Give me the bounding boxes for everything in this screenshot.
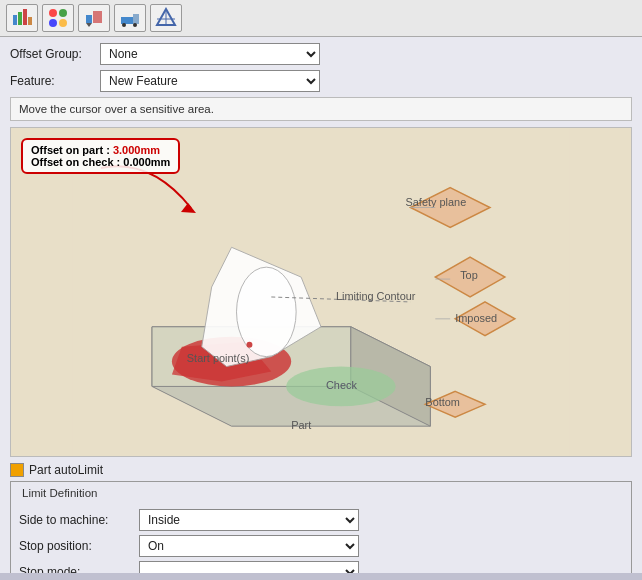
svg-text:Part: Part	[291, 419, 311, 431]
machine-button[interactable]	[78, 4, 110, 32]
hint-box: Move the cursor over a sensitive area.	[10, 97, 632, 121]
limit-definition-title: Limit Definition	[19, 487, 100, 499]
parts-button[interactable]	[42, 4, 74, 32]
side-to-machine-row: Side to machine: InsideOutside	[19, 509, 623, 531]
svg-point-25	[237, 267, 297, 356]
view-button[interactable]	[150, 4, 182, 32]
svg-point-6	[49, 19, 57, 27]
svg-text:Top: Top	[460, 269, 478, 281]
stop-mode-row: Stop mode:	[19, 561, 623, 573]
svg-point-14	[133, 23, 137, 27]
svg-point-4	[49, 9, 57, 17]
stop-position-select[interactable]: OnBeforeAfter	[139, 535, 359, 557]
svg-rect-1	[18, 12, 22, 25]
svg-rect-3	[28, 17, 32, 25]
offset-info-box: Offset on part : 3.000mm Offset on check…	[21, 138, 180, 174]
offset-check-line: Offset on check : 0.000mm	[31, 156, 170, 168]
side-to-machine-label: Side to machine:	[19, 513, 139, 527]
svg-text:Imposed: Imposed	[455, 312, 497, 324]
feature-row: Feature: New Feature	[10, 70, 632, 92]
stop-mode-select[interactable]	[139, 561, 359, 573]
toolbar	[0, 0, 642, 37]
stop-position-label: Stop position:	[19, 539, 139, 553]
offset-check-value: 0.000mm	[123, 156, 170, 168]
limit-definition-group: Limit Definition Side to machine: Inside…	[10, 481, 632, 573]
svg-rect-11	[121, 17, 135, 24]
stop-mode-label: Stop mode:	[19, 565, 139, 573]
svg-point-13	[122, 23, 126, 27]
hint-text: Move the cursor over a sensitive area.	[19, 103, 214, 115]
svg-rect-9	[93, 11, 102, 23]
svg-rect-12	[133, 14, 139, 24]
svg-point-5	[59, 9, 67, 17]
main-panel: Offset Group: None Feature: New Feature …	[0, 37, 642, 573]
stop-position-row: Stop position: OnBeforeAfter	[19, 535, 623, 557]
svg-rect-8	[86, 15, 92, 23]
side-to-machine-select[interactable]: InsideOutside	[139, 509, 359, 531]
svg-text:Safety plane: Safety plane	[405, 196, 466, 208]
feature-select[interactable]: New Feature	[100, 70, 320, 92]
offset-group-label: Offset Group:	[10, 47, 100, 61]
offset-part-line: Offset on part : 3.000mm	[31, 144, 170, 156]
offset-check-label: Offset on check :	[31, 156, 120, 168]
svg-text:Start point(s): Start point(s)	[187, 352, 250, 364]
offset-part-value: 3.000mm	[113, 144, 160, 156]
svg-text:Check: Check	[326, 379, 357, 391]
part-autolimit-row: Part autoLimit	[10, 463, 632, 477]
svg-text:Limiting Contour: Limiting Contour	[336, 290, 416, 302]
transport-button[interactable]	[114, 4, 146, 32]
stats-button[interactable]	[6, 4, 38, 32]
diagram-area: Safety plane Limiting Contour Top Impose…	[10, 127, 632, 457]
svg-marker-44	[181, 203, 196, 213]
offset-group-select[interactable]: None	[100, 43, 320, 65]
offset-part-label: Offset on part :	[31, 144, 110, 156]
svg-marker-10	[86, 23, 92, 27]
offset-group-row: Offset Group: None	[10, 43, 632, 65]
autolimit-icon	[10, 463, 24, 477]
autolimit-label: Part autoLimit	[29, 463, 103, 477]
svg-point-32	[246, 342, 252, 348]
feature-label: Feature:	[10, 74, 100, 88]
svg-rect-0	[13, 15, 17, 25]
svg-point-7	[59, 19, 67, 27]
svg-rect-2	[23, 9, 27, 25]
svg-text:Bottom: Bottom	[425, 396, 460, 408]
